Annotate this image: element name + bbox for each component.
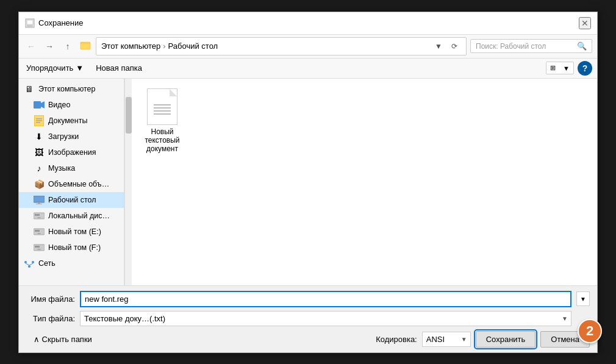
badge-2: 2 — [578, 319, 602, 343]
sidebar-item-objects[interactable]: 📦 Объемные объ… — [19, 176, 124, 192]
desktop-icon — [34, 194, 45, 205]
music-icon: ♪ — [34, 163, 45, 174]
sidebar-label-video: Видео — [48, 101, 71, 109]
file-fields: Имя файла: 1 ▼ Тип файла: Текстовые доку… — [26, 291, 590, 326]
svg-rect-9 — [36, 122, 40, 123]
sidebar-label-volume-f: Новый том (F:) — [48, 243, 101, 252]
filetype-row: Тип файла: Текстовые доку…(.txt) — [26, 311, 590, 326]
sidebar-item-network[interactable]: Сеть — [19, 255, 124, 271]
sidebar-label-desktop: Рабочий стол — [48, 196, 96, 204]
sidebar-item-volume-f[interactable]: Новый том (F:) — [19, 240, 124, 255]
sidebar-item-desktop[interactable]: Рабочий стол — [19, 192, 124, 208]
hide-folders-button[interactable]: ∧ Скрыть папки — [34, 335, 92, 344]
svg-rect-21 — [35, 246, 40, 248]
sidebar-label-objects: Объемные объ… — [48, 180, 109, 188]
back-button[interactable]: ← — [24, 39, 38, 54]
dialog-title: Сохранение — [38, 18, 84, 27]
help-button[interactable]: ? — [578, 61, 592, 76]
sidebar-item-computer[interactable]: 🖥 Этот компьютер — [19, 81, 124, 97]
up-button[interactable]: ↑ — [60, 39, 75, 54]
breadcrumb-dropdown-button[interactable]: ▼ — [432, 40, 445, 53]
downloads-icon: ⬇ — [34, 131, 45, 142]
file-lines — [154, 104, 171, 115]
close-button[interactable]: ✕ — [579, 17, 591, 29]
filetype-select-wrapper: Текстовые доку…(.txt) — [80, 311, 571, 326]
file-line-4 — [154, 113, 171, 115]
encoding-label: Кодировка: — [376, 335, 417, 344]
organize-button[interactable]: Упорядочить ▼ — [24, 62, 86, 74]
objects-icon: 📦 — [34, 179, 45, 190]
filename-dropdown-button[interactable]: ▼ — [576, 291, 590, 306]
file-item[interactable]: Новый текстовый документ — [138, 85, 187, 157]
search-bar[interactable]: Поиск: Рабочий стол 🔍 — [470, 39, 592, 53]
sidebar-label-music: Музыка — [48, 164, 75, 173]
sidebar-item-video[interactable]: Видео — [19, 97, 124, 113]
dialog-icon — [25, 18, 35, 28]
video-icon — [34, 99, 45, 110]
svg-marker-5 — [41, 101, 45, 109]
breadcrumb-dropdown: ▼ ⟳ — [432, 40, 461, 53]
svg-rect-7 — [36, 118, 42, 120]
sidebar-item-music[interactable]: ♪ Музыка — [19, 160, 124, 176]
svg-rect-18 — [35, 230, 40, 232]
sidebar-label-network: Сеть — [38, 259, 56, 268]
new-folder-button[interactable]: Новая папка — [93, 62, 145, 74]
organize-arrow: ▼ — [76, 63, 84, 73]
network-icon — [24, 258, 35, 269]
sidebar-item-downloads[interactable]: ⬇ Загрузки — [19, 129, 124, 145]
sidebar-label-local-disk: Локальный дис… — [48, 212, 110, 220]
folder-icon — [80, 40, 91, 52]
sidebar-label-documents: Документы — [48, 116, 87, 125]
view-dropdown-button[interactable]: ▼ — [559, 63, 573, 74]
local-disk-icon — [34, 210, 45, 221]
sidebar: 🖥 Этот компьютер Видео Документы ⬇ — [19, 79, 124, 285]
scrollbar-thumb — [126, 97, 132, 134]
file-line-1 — [154, 104, 171, 105]
bottom-row: ∧ Скрыть папки Кодировка: ANSI Сохранить… — [26, 331, 590, 348]
filename-row: Имя файла: 1 ▼ — [26, 291, 590, 307]
encoding-select-wrapper: ANSI — [422, 332, 471, 347]
breadcrumb-desktop: Рабочий стол — [168, 41, 218, 51]
breadcrumb-computer: Этот компьютер — [101, 41, 160, 51]
svg-rect-15 — [35, 214, 40, 216]
sidebar-item-images[interactable]: 🖼 Изображения — [19, 145, 124, 160]
sidebar-label-downloads: Загрузки — [48, 132, 79, 141]
svg-point-24 — [32, 261, 34, 263]
title-bar-left: Сохранение — [25, 18, 84, 28]
svg-rect-10 — [34, 196, 45, 202]
title-bar: Сохранение ✕ — [19, 12, 597, 35]
svg-point-20 — [37, 249, 41, 250]
filetype-label: Тип файла: — [26, 314, 75, 323]
sidebar-label-images: Изображения — [48, 148, 96, 157]
sidebar-item-local-disk[interactable]: Локальный дис… — [19, 208, 124, 224]
view-icons-button[interactable]: ⊞ — [546, 62, 559, 74]
svg-point-14 — [37, 217, 41, 218]
encoding-select[interactable]: ANSI — [422, 332, 471, 347]
computer-icon: 🖥 — [24, 84, 35, 95]
svg-point-22 — [28, 265, 30, 268]
svg-point-17 — [37, 233, 41, 234]
breadcrumb-separator: › — [163, 41, 165, 51]
save-dialog: Сохранение ✕ ← → ↑ Этот компьютер › Рабо… — [18, 12, 598, 353]
filetype-select[interactable]: Текстовые доку…(.txt) — [80, 311, 571, 326]
forward-button[interactable]: → — [42, 39, 57, 54]
file-line-2 — [154, 107, 171, 109]
sidebar-item-documents[interactable]: Документы — [19, 113, 124, 129]
file-name-document: Новый текстовый документ — [141, 127, 183, 153]
volume-f-icon — [34, 242, 45, 253]
save-button[interactable]: Сохранить — [476, 331, 536, 348]
file-icon-document — [147, 88, 177, 125]
filename-input[interactable] — [80, 291, 571, 307]
breadcrumb-bar[interactable]: Этот компьютер › Рабочий стол ▼ ⟳ — [96, 37, 467, 55]
file-area[interactable]: Новый текстовый документ — [132, 79, 597, 285]
images-icon: 🖼 — [34, 147, 45, 158]
main-content: 🖥 Этот компьютер Видео Документы ⬇ — [19, 79, 597, 285]
breadcrumb-refresh-button[interactable]: ⟳ — [448, 40, 461, 53]
sidebar-item-volume-e[interactable]: Новый том (E:) — [19, 224, 124, 240]
svg-rect-2 — [27, 25, 33, 27]
filename-label: Имя файла: — [26, 294, 75, 304]
documents-icon — [34, 115, 45, 126]
sidebar-scrollbar[interactable] — [124, 79, 132, 285]
sidebar-label-computer: Этот компьютер — [38, 85, 95, 93]
svg-line-26 — [29, 263, 33, 265]
